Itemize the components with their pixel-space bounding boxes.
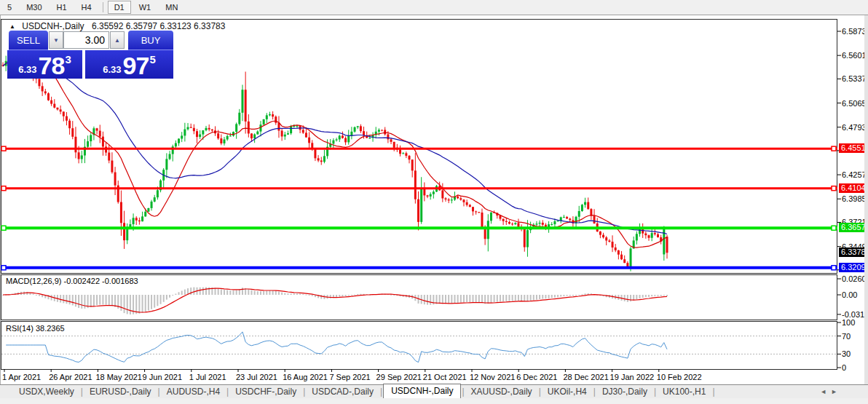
tab-usdcnh-daily[interactable]: USDCNH-,Daily [383, 384, 461, 398]
date-tick-label: 9 Jun 2021 [143, 373, 182, 381]
macd-indicator-label: MACD(12,26,9) -0.002422 -0.001683 [6, 277, 138, 285]
buy-price-box[interactable]: 6.33 97 5 [85, 50, 173, 79]
date-tick-label: 1 Apr 2021 [2, 373, 41, 381]
rsi-tick-label: 0 [842, 363, 846, 372]
tab-separator: | [593, 387, 596, 397]
rsi-panel-border [1, 322, 837, 370]
window-bottom-strip [0, 398, 868, 404]
tab-separator: | [303, 387, 305, 397]
chart-title: ▲ USDCNH-,Daily 6.35592 6.35797 6.33123 … [9, 21, 225, 31]
price-level-badge: 6.41043 [839, 183, 868, 193]
tab-usdcad-daily[interactable]: USDCAD-,Daily [306, 386, 379, 397]
volume-input[interactable] [63, 31, 109, 49]
date-tick-label: 28 Dec 2021 [563, 373, 608, 381]
date-tick-label: 7 Sep 2021 [329, 373, 370, 381]
volume-decrease-button[interactable]: ▼ [49, 31, 63, 49]
hline-handle[interactable] [1, 146, 6, 151]
tab-separator: | [226, 387, 229, 397]
rsi-tick-label: 70 [842, 332, 851, 341]
date-tick-label: 16 Aug 2021 [283, 373, 328, 381]
hline-handle[interactable] [832, 186, 836, 191]
date-tick-label: 12 Nov 2021 [470, 373, 515, 381]
timeframe-toolbar: 5M30H1H4D1W1MN [0, 0, 868, 15]
hline-handle[interactable] [1, 266, 6, 270]
chart-ohlc-values: 6.35592 6.35797 6.33123 6.33783 [92, 21, 226, 31]
tab-separator: | [539, 387, 541, 397]
date-tick-label: 26 Apr 2021 [49, 373, 92, 381]
date-tick-label: 10 Feb 2022 [657, 373, 702, 381]
tab-separator: | [81, 387, 83, 397]
chart-tab-bar: USDX,Weekly|EURUSD-,Daily|AUDUSD-,H4|USD… [0, 384, 868, 398]
timeframe-button-w1[interactable]: W1 [133, 1, 158, 14]
hline-handle[interactable] [832, 266, 836, 270]
timeframe-button-h4[interactable]: H4 [75, 1, 98, 14]
sell-button[interactable]: SELL [9, 31, 48, 51]
hline-handle[interactable] [1, 186, 6, 191]
tab-separator: | [712, 387, 714, 397]
volume-increase-button[interactable]: ▲ [110, 31, 125, 49]
price-level-badge: 6.36570 [839, 223, 868, 232]
date-tick-label: 21 Oct 2021 [423, 373, 467, 381]
date-tick-label: 19 Jan 2022 [610, 373, 655, 381]
sell-price-box[interactable]: 6.33 78 3 [7, 50, 82, 79]
tab-separator: | [654, 387, 656, 397]
hline-handle[interactable] [832, 146, 836, 151]
macd-tick-label: 0.00 [842, 290, 857, 299]
timeframe-button-h1[interactable]: H1 [50, 1, 74, 14]
tab-xauusd-daily[interactable]: XAUUSD-,Daily [465, 386, 538, 397]
tab-scroll-arrows: ◄► [820, 388, 842, 395]
tab-separator: | [462, 387, 464, 397]
sell-price-big: 78 [39, 53, 65, 78]
toolbar-separator [103, 2, 103, 12]
one-click-trading-panel: SELL ▼ ▲ BUY 6.33 78 3 6.33 97 5 [7, 31, 175, 79]
window-right-border [864, 15, 868, 384]
rsi-tick-label: 30 [842, 349, 851, 358]
rsi-indicator-label: RSI(14) 38.2365 [6, 324, 65, 333]
rsi-line [6, 332, 667, 363]
tab-ukoil-h4[interactable]: UKOil-,H4 [542, 386, 593, 397]
tab-scroll-left-icon[interactable]: ◄ [820, 388, 831, 395]
date-tick-label: 23 Jul 2021 [236, 373, 277, 381]
buy-price-sup: 5 [149, 53, 155, 66]
tab-eurusd-daily[interactable]: EURUSD-,Daily [84, 386, 157, 397]
date-tick-label: 29 Sep 2021 [376, 373, 422, 381]
hline-handle[interactable] [832, 226, 836, 230]
collapse-panel-icon[interactable]: ▲ [9, 23, 15, 30]
buy-price-prefix: 6.33 [103, 64, 121, 75]
date-tick-label: 6 Dec 2021 [516, 373, 557, 381]
buy-price-big: 97 [123, 53, 149, 78]
timeframe-button-5[interactable]: 5 [1, 1, 18, 14]
rsi-tick-label: 100 [842, 318, 855, 327]
terminal-window: 5M30H1H4D1W1MN ▲ USDCNH-,Daily 6.35592 6… [0, 0, 868, 404]
date-tick-label: 1 Jul 2021 [189, 373, 226, 381]
macd-histogram [2, 288, 668, 314]
tab-separator: | [380, 387, 382, 397]
timeframe-button-d1[interactable]: D1 [108, 1, 131, 14]
tab-dj30-daily[interactable]: DJ30-,Daily [596, 386, 653, 397]
tab-usdchf-daily[interactable]: USDCHF-,Daily [229, 386, 302, 397]
chart-symbol-label: USDCNH-,Daily [22, 21, 84, 31]
timeframe-button-m30[interactable]: M30 [20, 1, 48, 14]
price-level-badge: 6.32098 [839, 263, 868, 272]
timeframe-button-mn[interactable]: MN [159, 1, 184, 14]
hline-handle[interactable] [1, 226, 6, 230]
window-left-border [0, 15, 1, 384]
tab-usdx-weekly[interactable]: USDX,Weekly [13, 386, 80, 397]
date-tick-label: 18 May 2021 [95, 373, 142, 381]
sell-price-sup: 3 [65, 53, 71, 66]
tab-scroll-right-icon[interactable]: ► [831, 388, 842, 395]
price-level-badge: 6.45515 [839, 143, 868, 153]
sell-price-prefix: 6.33 [18, 64, 36, 75]
price-level-badge: 6.33783 [839, 247, 868, 257]
tab-audusd-h4[interactable]: AUDUSD-,H4 [161, 386, 226, 397]
tab-separator: | [158, 387, 160, 397]
buy-button[interactable]: BUY [128, 31, 173, 51]
tab-uk100-h1[interactable]: UK100-,H1 [657, 386, 711, 397]
